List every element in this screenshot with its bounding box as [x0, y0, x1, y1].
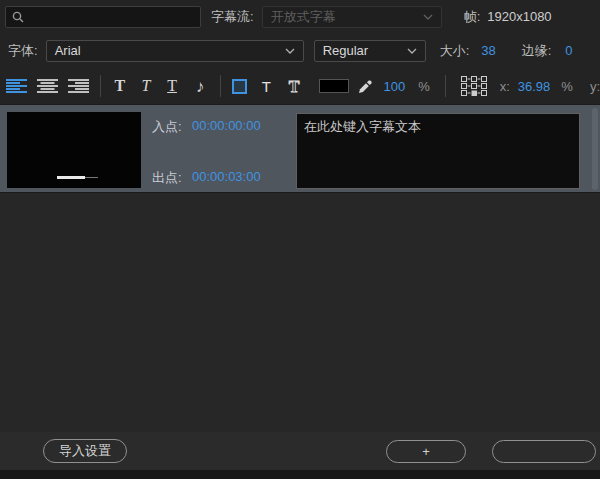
font-style-dropdown[interactable]: Regular — [314, 40, 426, 62]
import-settings-button[interactable]: 导入设置 — [43, 439, 127, 463]
outlined-t-icon: T — [283, 77, 305, 95]
underline-icon: T — [167, 78, 177, 94]
align-center-button[interactable] — [37, 74, 58, 98]
opacity-unit: % — [418, 79, 430, 94]
align-left-button[interactable] — [6, 74, 27, 98]
font-size-label: 大小: — [440, 42, 470, 60]
footer-right-button[interactable] — [492, 440, 596, 463]
bold-button[interactable]: T — [111, 74, 129, 98]
edge-color-button[interactable]: T — [283, 74, 305, 98]
thumbnail-caption-preview — [57, 176, 85, 179]
caption-row[interactable]: 入点: 00:00:00:00 出点: 00:00:03:00 在此处键入字幕文… — [0, 104, 600, 193]
font-size-value[interactable]: 38 — [481, 43, 495, 58]
frame-label: 帧: — [464, 8, 481, 26]
vertical-scrollbar[interactable] — [592, 108, 598, 190]
font-family-value: Arial — [55, 43, 81, 58]
music-note-button[interactable]: ♪ — [191, 74, 209, 98]
font-style-value: Regular — [323, 43, 369, 58]
out-point-value[interactable]: 00:00:03:00 — [192, 169, 261, 184]
caption-stream-label: 字幕流: — [211, 8, 254, 26]
footer-bar: 导入设置 + — [0, 432, 600, 470]
chevron-down-icon — [423, 14, 433, 20]
svg-text:T: T — [288, 78, 299, 95]
add-caption-button[interactable]: + — [386, 440, 466, 463]
caption-text-input[interactable]: 在此处键入字幕文本 — [296, 113, 580, 189]
text-color-icon: T — [262, 79, 271, 94]
in-point-value[interactable]: 00:00:00:00 — [192, 118, 261, 133]
top-bar: 字幕流: 开放式字幕 帧: 1920x1080 — [0, 0, 600, 33]
text-color-button[interactable]: T — [259, 74, 273, 98]
chevron-down-icon — [285, 48, 295, 54]
anchor-position-button[interactable] — [461, 74, 487, 98]
panel-bottom-edge — [0, 470, 600, 479]
color-swatch-icon — [319, 79, 349, 93]
edge-label: 边缘: — [522, 42, 552, 60]
eyedropper-icon — [358, 79, 373, 94]
out-point-label: 出点: — [152, 169, 182, 187]
caption-stream-value: 开放式字幕 — [271, 8, 336, 26]
align-right-icon — [68, 79, 89, 93]
toolbar-divider — [100, 75, 101, 97]
search-icon — [12, 11, 24, 23]
caption-stream-dropdown[interactable]: 开放式字幕 — [262, 6, 442, 28]
align-right-button[interactable] — [68, 74, 89, 98]
chevron-down-icon — [407, 48, 417, 54]
music-note-icon: ♪ — [196, 78, 205, 95]
x-position-label: x: — [500, 79, 510, 94]
font-family-dropdown[interactable]: Arial — [46, 40, 304, 62]
captions-panel: 字幕流: 开放式字幕 帧: 1920x1080 字体: Arial Regula… — [0, 0, 600, 479]
frame-value: 1920x1080 — [487, 9, 551, 24]
y-position-label: y: — [590, 79, 600, 94]
align-left-icon — [6, 79, 27, 93]
x-position-value[interactable]: 36.98 — [518, 79, 551, 94]
font-row: 字体: Arial Regular 大小: 38 边缘: 0 — [0, 33, 600, 68]
eyedropper-button[interactable] — [358, 74, 373, 98]
caption-thumbnail[interactable] — [7, 112, 141, 188]
italic-icon: T — [142, 78, 151, 94]
italic-button[interactable]: T — [137, 74, 155, 98]
toolbar-divider — [220, 75, 221, 97]
background-fill-button[interactable] — [232, 74, 247, 98]
search-box[interactable] — [5, 6, 201, 28]
format-toolbar: T T T ♪ T T 100 % — [0, 68, 600, 104]
anchor-grid-icon — [461, 76, 487, 97]
opacity-value[interactable]: 100 — [384, 79, 406, 94]
in-point-label: 入点: — [152, 118, 182, 136]
align-center-icon — [37, 79, 58, 93]
caption-list-area — [0, 193, 600, 432]
toolbar-divider — [445, 75, 446, 97]
x-position-unit: % — [561, 79, 573, 94]
underline-button[interactable]: T — [163, 74, 181, 98]
font-label: 字体: — [8, 42, 38, 60]
color-swatch[interactable] — [319, 74, 349, 98]
fill-color-box-icon — [232, 79, 247, 94]
search-input[interactable] — [29, 10, 194, 24]
bold-icon: T — [115, 78, 126, 94]
edge-value[interactable]: 0 — [565, 43, 572, 58]
